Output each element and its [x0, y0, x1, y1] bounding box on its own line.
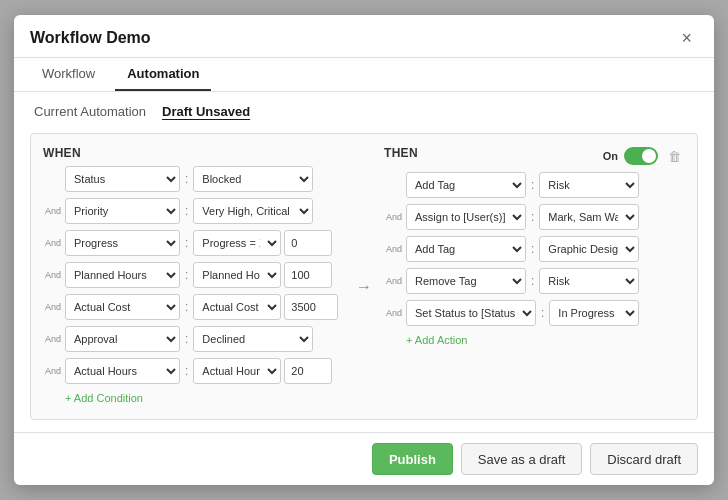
condition-val-7[interactable] [284, 358, 332, 384]
action-row-4: And Remove Tag : Risk [384, 268, 685, 294]
action-row-2: And Assign to [User(s)] : Mark, Sam Wats… [384, 204, 685, 230]
condition-field-2[interactable]: Priority [65, 198, 180, 224]
add-action-link[interactable]: + Add Action [384, 334, 685, 346]
sub-tabs: Current Automation Draft Unsaved [30, 104, 698, 121]
arrow-icon: → [356, 278, 372, 296]
publish-button[interactable]: Publish [372, 443, 453, 475]
conditions-actions-row: When Status : [43, 146, 685, 407]
when-label: When [43, 146, 344, 160]
action-val-1[interactable]: Risk [539, 172, 639, 198]
action-val-3[interactable]: Graphic Design, Issue [539, 236, 639, 262]
modal: Workflow Demo × Workflow Automation Curr… [14, 15, 714, 485]
and-label-2: And [43, 206, 65, 216]
conditions-wrapper: Status : Blocked And [43, 166, 344, 388]
and-label-7: And [43, 366, 65, 376]
condition-field-4[interactable]: Planned Hours [65, 262, 180, 288]
action-val-2[interactable]: Mark, Sam Watson ... [539, 204, 639, 230]
action-type-4[interactable]: Remove Tag [406, 268, 526, 294]
when-section: When Status : [43, 146, 344, 407]
add-condition-link[interactable]: + Add Condition [43, 392, 344, 404]
condition-field-3[interactable]: Progress [65, 230, 180, 256]
modal-footer: Publish Save as a draft Discard draft [14, 432, 714, 485]
action-fields-4: Remove Tag : Risk [406, 268, 685, 294]
add-action-label: + Add Action [406, 334, 467, 346]
action-row-5: And Set Status to [Status] : In Progress [384, 300, 685, 326]
condition-op-1[interactable]: Blocked [193, 166, 313, 192]
tab-automation[interactable]: Automation [115, 58, 211, 91]
condition-op-7[interactable]: Actual Hours... [193, 358, 281, 384]
on-label: On [603, 150, 618, 162]
and-label-4: And [43, 270, 65, 280]
and-label-3: And [43, 238, 65, 248]
arrow-col: → [344, 146, 384, 407]
actions-wrapper: Add Tag : Risk And [384, 172, 685, 330]
then-section: Then On 🗑 [384, 146, 685, 407]
modal-header: Workflow Demo × [14, 15, 714, 58]
action-type-2[interactable]: Assign to [User(s)] [406, 204, 526, 230]
then-label: Then [384, 146, 418, 160]
condition-row-7: And Actual Hours : Actual Hours... [43, 358, 344, 384]
save-draft-button[interactable]: Save as a draft [461, 443, 582, 475]
condition-val-3[interactable] [284, 230, 332, 256]
tab-workflow[interactable]: Workflow [30, 58, 107, 91]
action-type-3[interactable]: Add Tag [406, 236, 526, 262]
action-fields-1: Add Tag : Risk [406, 172, 685, 198]
modal-body: Current Automation Draft Unsaved When [14, 92, 714, 432]
action-val-5[interactable]: In Progress [549, 300, 639, 326]
on-toggle[interactable] [624, 147, 658, 165]
condition-field-5[interactable]: Actual Cost [65, 294, 180, 320]
condition-row-2: And Priority : Very High, Critical [43, 198, 344, 224]
condition-row-3: And Progress : Progress = X% [43, 230, 344, 256]
then-controls: On 🗑 [603, 147, 685, 166]
row-fields-6: Approval : Declined [65, 326, 344, 352]
sub-tab-draft[interactable]: Draft Unsaved [162, 104, 250, 121]
and-label-6: And [43, 334, 65, 344]
row-fields-5: Actual Cost : Actual Cost ... [65, 294, 344, 320]
then-header-row: Then On 🗑 [384, 146, 685, 166]
add-condition-label: + Add Condition [65, 392, 143, 404]
condition-field-1[interactable]: Status [65, 166, 180, 192]
condition-val-5[interactable] [284, 294, 338, 320]
condition-row-6: And Approval : Declined [43, 326, 344, 352]
condition-row-1: Status : Blocked [43, 166, 344, 192]
automation-panel: When Status : [30, 133, 698, 420]
condition-op-4[interactable]: Planned Hou... [193, 262, 281, 288]
condition-op-6[interactable]: Declined [193, 326, 313, 352]
condition-val-4[interactable] [284, 262, 332, 288]
modal-title: Workflow Demo [30, 29, 151, 47]
action-type-1[interactable]: Add Tag [406, 172, 526, 198]
action-fields-2: Assign to [User(s)] : Mark, Sam Watson .… [406, 204, 685, 230]
row-fields-4: Planned Hours : Planned Hou... [65, 262, 344, 288]
condition-field-6[interactable]: Approval [65, 326, 180, 352]
action-val-4[interactable]: Risk [539, 268, 639, 294]
action-row-3: And Add Tag : Graphic Design, Issue [384, 236, 685, 262]
row-fields-1: Status : Blocked [65, 166, 344, 192]
row-fields-3: Progress : Progress = X% [65, 230, 344, 256]
delete-automation-button[interactable]: 🗑 [664, 147, 685, 166]
condition-row-4: And Planned Hours : Planned Hou... [43, 262, 344, 288]
row-fields-7: Actual Hours : Actual Hours... [65, 358, 344, 384]
condition-field-7[interactable]: Actual Hours [65, 358, 180, 384]
condition-op-5[interactable]: Actual Cost ... [193, 294, 281, 320]
action-row-1: Add Tag : Risk [384, 172, 685, 198]
discard-draft-button[interactable]: Discard draft [590, 443, 698, 475]
and-label-5: And [43, 302, 65, 312]
modal-overlay: Workflow Demo × Workflow Automation Curr… [0, 0, 728, 500]
sub-tab-current[interactable]: Current Automation [34, 104, 146, 121]
toggle-knob [642, 149, 656, 163]
action-type-5[interactable]: Set Status to [Status] [406, 300, 536, 326]
row-fields-2: Priority : Very High, Critical [65, 198, 344, 224]
modal-tabs: Workflow Automation [14, 58, 714, 92]
close-button[interactable]: × [675, 27, 698, 49]
condition-op-2[interactable]: Very High, Critical [193, 198, 313, 224]
action-fields-5: Set Status to [Status] : In Progress [406, 300, 685, 326]
action-fields-3: Add Tag : Graphic Design, Issue [406, 236, 685, 262]
condition-row-5: And Actual Cost : Actual Cost ... [43, 294, 344, 320]
condition-op-3[interactable]: Progress = X% [193, 230, 281, 256]
